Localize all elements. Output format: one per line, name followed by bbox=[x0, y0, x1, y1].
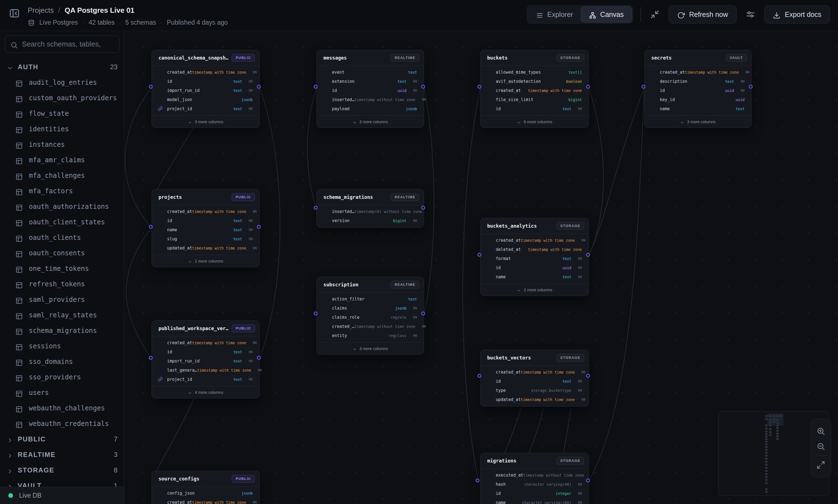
zoom-out-button[interactable] bbox=[815, 440, 827, 452]
column-row[interactable]: slugtextNN bbox=[152, 234, 259, 244]
sidebar-table-schema_migrations[interactable]: schema_migrations bbox=[0, 323, 124, 338]
column-row[interactable]: formattextNN bbox=[481, 254, 589, 263]
column-row[interactable]: idtextNN bbox=[152, 77, 259, 86]
table-card-messages[interactable]: messagesREALTIMEeventtextextensiontextNN… bbox=[316, 50, 424, 128]
table-card-buckets_analytics[interactable]: buckets_analyticsSTORAGEcreated_attimest… bbox=[480, 218, 589, 296]
column-row[interactable]: idtextNN bbox=[481, 377, 589, 386]
sidebar-table-audit_log_entries[interactable]: audit_log_entries bbox=[0, 75, 124, 90]
connection-handle[interactable] bbox=[421, 85, 425, 89]
card-header[interactable]: buckets_vectorsSTORAGE bbox=[481, 350, 589, 365]
schema-section-auth[interactable]: AUTH23 bbox=[0, 59, 124, 75]
refresh-button[interactable]: Refresh now bbox=[669, 5, 737, 23]
sidebar-table-oauth_clients[interactable]: oauth_clients bbox=[0, 230, 124, 245]
column-row[interactable]: updated_attimestamp with time zoneNN bbox=[152, 244, 259, 253]
column-row[interactable]: deleted_attimestamp with time zone bbox=[481, 245, 589, 254]
card-header[interactable]: source_configsPUBLIC bbox=[152, 471, 259, 487]
display-settings-button[interactable] bbox=[744, 8, 757, 21]
column-row[interactable]: project_idtextNN bbox=[152, 375, 259, 384]
card-header[interactable]: projectsPUBLIC bbox=[152, 190, 259, 205]
fit-view-button[interactable] bbox=[648, 8, 662, 21]
sidebar-table-identities[interactable]: identities bbox=[0, 121, 124, 137]
table-card-canonical_schema_snapsh[interactable]: canonical_schema_snapsh…PUBLICcreated_at… bbox=[152, 50, 260, 128]
column-row[interactable]: updated_attimestamp with time zoneNN bbox=[481, 395, 589, 404]
table-card-secrets[interactable]: secretsVAULTcreated_attimestamp with tim… bbox=[644, 50, 752, 128]
column-row[interactable]: created_…timestamp without time zoneNN bbox=[317, 322, 424, 331]
card-header[interactable]: buckets_analyticsSTORAGE bbox=[481, 218, 589, 234]
sidebar-table-flow_state[interactable]: flow_state bbox=[0, 106, 124, 121]
column-row[interactable]: versionbigintNN bbox=[317, 216, 424, 225]
column-row[interactable]: iduuidNN bbox=[481, 263, 589, 272]
connection-handle[interactable] bbox=[586, 253, 590, 257]
connection-handle[interactable] bbox=[149, 225, 153, 229]
column-row[interactable]: created_attimestamp with time zoneNN bbox=[152, 338, 259, 347]
connection-handle[interactable] bbox=[149, 85, 153, 89]
table-card-published_workspace_ver[interactable]: published_workspace_ver…PUBLICcreated_at… bbox=[152, 320, 260, 398]
table-card-migrations[interactable]: migrationsSTORAGEexecuted_attimestamp wi… bbox=[480, 453, 589, 504]
sidebar-table-sessions[interactable]: sessions bbox=[0, 338, 124, 354]
sidebar-table-oauth_authorizations[interactable]: oauth_authorizations bbox=[0, 199, 124, 214]
sidebar-table-sso_domains[interactable]: sso_domains bbox=[0, 354, 124, 370]
column-row[interactable]: idtextNN bbox=[481, 104, 589, 113]
connection-handle[interactable] bbox=[314, 206, 318, 210]
column-row[interactable]: executed_attimestamp without time zone bbox=[481, 470, 589, 480]
connection-handle[interactable] bbox=[477, 253, 481, 257]
more-columns-toggle[interactable]: 2 more columns bbox=[152, 255, 259, 267]
column-row[interactable]: created_attimestamp with time zoneNN bbox=[152, 68, 259, 77]
sidebar-table-oauth_client_states[interactable]: oauth_client_states bbox=[0, 214, 124, 230]
connection-handle[interactable] bbox=[586, 85, 590, 89]
zoom-in-button[interactable] bbox=[815, 425, 827, 437]
connection-handle[interactable] bbox=[257, 225, 261, 229]
column-row[interactable]: action_filtertext bbox=[317, 294, 424, 304]
column-row[interactable]: last_genera…timestamp with time zoneNN bbox=[152, 365, 259, 375]
sidebar-table-saml_relay_states[interactable]: saml_relay_states bbox=[0, 307, 124, 323]
connection-handle[interactable] bbox=[257, 356, 261, 360]
column-row[interactable]: import_run_idtextNN bbox=[152, 86, 259, 95]
column-row[interactable]: payloadjsonb bbox=[317, 104, 424, 113]
breadcrumb-projects-link[interactable]: Projects bbox=[28, 6, 54, 15]
schema-section-public[interactable]: PUBLIC7 bbox=[0, 431, 124, 447]
more-columns-toggle[interactable]: 6 more columns bbox=[481, 115, 589, 128]
column-row[interactable]: inserted…timestamp(0) without time zone bbox=[317, 207, 424, 216]
card-header[interactable]: secretsVAULT bbox=[645, 50, 751, 66]
column-row[interactable]: extensiontextNN bbox=[317, 77, 424, 86]
column-row[interactable]: created_attimestamp with time zoneNN bbox=[152, 498, 259, 504]
table-card-projects[interactable]: projectsPUBLICcreated_attimestamp with t… bbox=[152, 189, 260, 267]
column-row[interactable]: created_attimestamp with time zoneNN bbox=[481, 236, 589, 245]
connection-handle[interactable] bbox=[749, 85, 753, 89]
sidebar-table-mfa_challenges[interactable]: mfa_challenges bbox=[0, 168, 124, 183]
connection-handle[interactable] bbox=[642, 85, 645, 89]
sidebar-table-refresh_tokens[interactable]: refresh_tokens bbox=[0, 276, 124, 292]
card-header[interactable]: canonical_schema_snapsh…PUBLIC bbox=[152, 50, 259, 66]
sidebar-table-one_time_tokens[interactable]: one_time_tokens bbox=[0, 261, 124, 276]
connection-handle[interactable] bbox=[314, 85, 318, 89]
column-row[interactable]: iduuidNN bbox=[645, 86, 751, 95]
column-row[interactable]: key_iduuid bbox=[645, 95, 751, 104]
column-row[interactable]: project_idtextNN bbox=[152, 104, 259, 113]
column-row[interactable]: inserted…timestamp without time zoneNN bbox=[317, 95, 424, 104]
more-columns-toggle[interactable]: 3 more columns bbox=[317, 115, 424, 128]
column-row[interactable]: claimsjsonbNN bbox=[317, 304, 424, 313]
column-row[interactable]: model_jsonjsonb bbox=[152, 95, 259, 104]
table-card-source_configs[interactable]: source_configsPUBLICconfig_jsonjsonbcrea… bbox=[152, 471, 260, 504]
schema-section-storage[interactable]: STORAGE8 bbox=[0, 463, 124, 478]
column-row[interactable]: nametextNN bbox=[481, 272, 589, 281]
connection-handle[interactable] bbox=[586, 374, 590, 378]
column-row[interactable]: created_attimestamp with time zone bbox=[481, 86, 589, 95]
card-header[interactable]: published_workspace_ver…PUBLIC bbox=[152, 321, 259, 336]
sidebar-table-instances[interactable]: instances bbox=[0, 137, 124, 152]
card-header[interactable]: migrationsSTORAGE bbox=[481, 453, 589, 469]
sidebar-table-mfa_amr_claims[interactable]: mfa_amr_claims bbox=[0, 152, 124, 168]
sidebar-table-users[interactable]: users bbox=[0, 385, 124, 400]
column-row[interactable]: namecharacter varying(100)NN bbox=[481, 498, 589, 504]
column-row[interactable]: idtextNN bbox=[152, 347, 259, 356]
export-docs-button[interactable]: Export docs bbox=[764, 5, 830, 23]
connection-handle[interactable] bbox=[314, 311, 318, 316]
tab-explorer[interactable]: Explorer bbox=[528, 6, 581, 22]
more-columns-toggle[interactable]: 4 more columns bbox=[152, 386, 259, 398]
schema-section-realtime[interactable]: REALTIME3 bbox=[0, 447, 124, 463]
sidebar-table-custom_oauth_providers[interactable]: custom_oauth_providers bbox=[0, 90, 124, 106]
sidebar-table-webauthn_challenges[interactable]: webauthn_challenges bbox=[0, 400, 124, 416]
more-columns-toggle[interactable]: 3 more columns bbox=[645, 115, 751, 128]
connection-handle[interactable] bbox=[421, 311, 425, 316]
column-row[interactable]: claims_roleregroleNN bbox=[317, 313, 424, 322]
